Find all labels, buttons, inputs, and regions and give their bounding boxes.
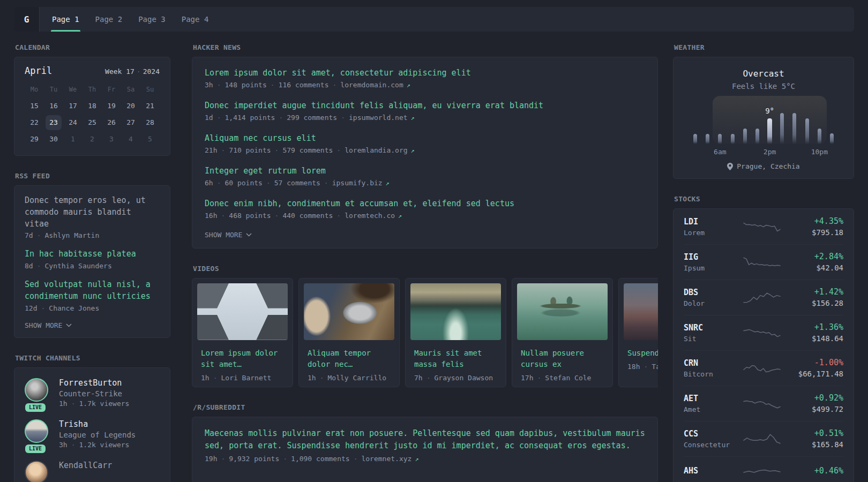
reddit-domain-link[interactable]: loremnet.xyz↗	[350, 455, 419, 463]
twitch-channel-game[interactable]: Counter-Strike	[59, 389, 129, 398]
hn-comments[interactable]: 299 comments	[275, 114, 337, 122]
calendar-day[interactable]: 29	[26, 132, 42, 147]
hn-story-link[interactable]: Lorem ipsum dolor sit amet, consectetur …	[205, 67, 645, 79]
stock-row[interactable]: SNRCSit +1.36%$148.64	[684, 315, 843, 350]
reddit-post-link[interactable]: Maecenas mollis pulvinar erat non posuer…	[205, 427, 645, 453]
avatar[interactable]	[25, 378, 48, 402]
reddit-age: 19h	[205, 455, 217, 463]
video-title-link[interactable]: Lorem ipsum dolor sit amet consectetur a…	[201, 348, 284, 370]
rss-item-link[interactable]: In hac habitasse platea	[25, 248, 160, 260]
hn-comments[interactable]: 57 comments	[263, 179, 320, 187]
hn-comments[interactable]: 579 comments	[271, 146, 333, 154]
video-title-link[interactable]: Nullam posuere cursus ex	[521, 348, 604, 370]
hn-story-link[interactable]: Donec imperdiet augue tincidunt felis al…	[205, 100, 645, 111]
hn-story: Integer eget rutrum lorem 6h60 points57 …	[205, 165, 645, 187]
video-channel[interactable]: Stefan Cole	[533, 374, 591, 382]
video-thumbnail[interactable]	[410, 283, 501, 340]
avatar[interactable]	[25, 461, 48, 482]
calendar-day[interactable]: 20	[123, 99, 139, 114]
stock-symbol: CCS	[684, 429, 738, 439]
calendar-day-next-month[interactable]: 1	[65, 132, 81, 147]
calendar-day[interactable]: 22	[26, 115, 42, 130]
video-caption: Nullam posuere cursus ex 17hStefan Cole	[512, 345, 613, 387]
stock-sparkline	[743, 219, 781, 235]
twitch-channel-name[interactable]: ForrestBurton	[59, 378, 129, 388]
hn-domain-link[interactable]: ipsumify.biz↗	[320, 179, 390, 187]
calendar-day[interactable]: 17	[65, 99, 81, 114]
reddit-comments[interactable]: 1,090 comments	[279, 455, 349, 463]
stock-price: $42.04	[785, 263, 843, 272]
calendar-day[interactable]: 27	[123, 115, 139, 130]
video-thumbnail[interactable]	[304, 283, 394, 340]
rss-show-more-button[interactable]: SHOW MORE	[25, 321, 72, 329]
hn-domain: loremdomain.com	[340, 81, 403, 89]
calendar-day[interactable]: 19	[103, 99, 119, 114]
stock-row[interactable]: AETAmet +0.92%$499.72	[684, 386, 843, 421]
avatar[interactable]	[25, 419, 48, 443]
video-channel[interactable]: Lori Barnett	[209, 374, 272, 382]
calendar-day-next-month[interactable]: 5	[142, 132, 158, 147]
chevron-down-icon	[66, 323, 72, 327]
calendar-day[interactable]: 21	[142, 99, 158, 114]
video-thumbnail[interactable]	[517, 283, 608, 340]
video-title-link[interactable]: Aliquam tempor dolor nec pharetra…	[308, 348, 391, 370]
stock-row[interactable]: CCSConsectetur +0.51%$165.84	[684, 421, 843, 456]
rss-item-link[interactable]: Sed volutpat nulla nisl, a condimentum n…	[25, 279, 160, 303]
calendar-day-next-month[interactable]: 3	[103, 132, 119, 147]
video-caption: Lorem ipsum dolor sit amet consectetur a…	[192, 345, 293, 387]
calendar-day[interactable]: 26	[103, 115, 119, 130]
stock-sparkline-wrap	[738, 325, 785, 341]
calendar-day[interactable]: 24	[65, 115, 81, 130]
hn-story-link[interactable]: Integer eget rutrum lorem	[205, 165, 645, 177]
stock-price: $795.18	[785, 228, 843, 237]
stock-name: Sit	[684, 335, 738, 343]
stock-row[interactable]: IIGIpsum +2.84%$42.04	[684, 244, 843, 280]
video-channel[interactable]: Tara	[640, 363, 658, 371]
calendar-day-next-month[interactable]: 4	[123, 132, 139, 147]
calendar-day[interactable]: 25	[84, 115, 100, 130]
live-badge: LIVE	[25, 403, 46, 412]
hn-story-link[interactable]: Donec enim nibh, condimentum et accumsan…	[205, 198, 645, 209]
calendar-day[interactable]: 30	[46, 132, 62, 147]
hn-domain-link[interactable]: loremdomain.com↗	[329, 81, 410, 89]
hn-domain-link[interactable]: loremlandia.org↗	[333, 146, 414, 154]
stock-row[interactable]: LDILorem +4.35%$795.18	[684, 209, 843, 244]
video-title-link[interactable]: Mauris sit amet massa felis	[414, 348, 497, 370]
twitch-channel-game[interactable]: League of Legends	[59, 431, 136, 439]
stock-name: Amet	[684, 405, 738, 413]
calendar-day-next-month[interactable]: 2	[84, 132, 100, 147]
video-thumbnail[interactable]	[624, 283, 658, 340]
hn-domain-link[interactable]: loremtech.co↗	[333, 212, 402, 220]
hn-show-more-button[interactable]: SHOW MORE	[205, 231, 252, 239]
weather-location[interactable]: Prague, Czechia	[684, 162, 843, 170]
calendar-card: April Week 17·2024 Mo Tu We Th Fr Sa Su …	[14, 57, 170, 156]
video-channel[interactable]: Molly Carrillo	[316, 374, 386, 382]
hn-comments[interactable]: 116 comments	[267, 81, 329, 89]
calendar-day[interactable]: 28	[142, 115, 158, 130]
stock-row[interactable]: AHS +0.46%	[684, 456, 843, 482]
calendar-day-selected[interactable]: 23	[46, 115, 62, 130]
hn-comments[interactable]: 440 comments	[271, 212, 333, 220]
hn-domain-link[interactable]: ipsumworld.net↗	[337, 114, 415, 122]
tab-page-4[interactable]: Page 4	[174, 7, 217, 32]
twitch-channel-name[interactable]: Trisha	[59, 419, 136, 429]
calendar-day[interactable]: 18	[84, 99, 100, 114]
videos-widget: VIDEOS Lorem ipsum dolor sit amet consec…	[192, 265, 658, 387]
tab-page-3[interactable]: Page 3	[130, 7, 174, 32]
tab-page-2[interactable]: Page 2	[87, 7, 131, 32]
calendar-day[interactable]: 16	[46, 99, 62, 114]
video-title-link[interactable]: Suspendisse diam	[627, 348, 658, 359]
calendar-week-label: Week 17	[105, 67, 134, 76]
video-thumbnail[interactable]	[197, 283, 288, 340]
twitch-channel-name[interactable]: KendallCarr	[59, 461, 112, 470]
calendar-day[interactable]: 15	[26, 99, 42, 114]
app-logo[interactable]: G	[14, 7, 40, 32]
hn-story-link[interactable]: Aliquam nec cursus elit	[205, 133, 645, 144]
stocks-widget-title: STOCKS	[674, 195, 854, 203]
dow-label: Tu	[44, 82, 63, 97]
video-channel[interactable]: Grayson Dawson	[423, 374, 493, 382]
stock-row[interactable]: DBSDolor +1.42%$156.28	[684, 280, 843, 315]
rss-item-link[interactable]: Donec tempor eros leo, ut commodo mauris…	[25, 195, 160, 230]
stock-row[interactable]: CRNBitcorn -1.00%$66,171.48	[684, 350, 843, 386]
tab-page-1[interactable]: Page 1	[44, 7, 87, 32]
